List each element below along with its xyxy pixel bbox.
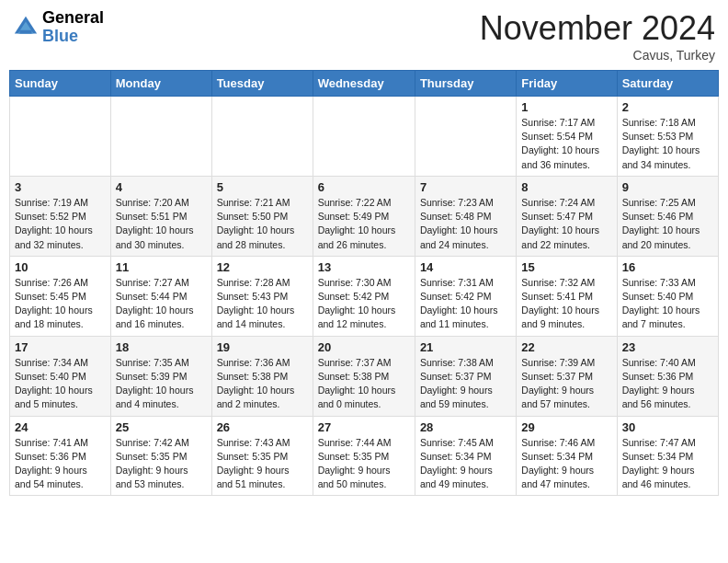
calendar-day-cell: 11Sunrise: 7:27 AM Sunset: 5:44 PM Dayli… (110, 256, 211, 336)
day-info: Sunrise: 7:34 AM Sunset: 5:40 PM Dayligh… (15, 356, 106, 412)
calendar-day-cell: 5Sunrise: 7:21 AM Sunset: 5:50 PM Daylig… (211, 176, 313, 256)
calendar-day-cell: 23Sunrise: 7:40 AM Sunset: 5:36 PM Dayli… (617, 336, 718, 416)
day-number: 19 (217, 340, 308, 354)
day-number: 21 (420, 340, 511, 354)
calendar-day-cell: 4Sunrise: 7:20 AM Sunset: 5:51 PM Daylig… (110, 176, 211, 256)
calendar-day-cell: 8Sunrise: 7:24 AM Sunset: 5:47 PM Daylig… (517, 176, 617, 256)
day-number: 25 (116, 420, 207, 434)
column-header-sunday: Sunday (10, 71, 111, 97)
day-info: Sunrise: 7:44 AM Sunset: 5:35 PM Dayligh… (318, 436, 410, 492)
column-header-thursday: Thursday (415, 71, 516, 97)
day-number: 29 (521, 420, 611, 434)
day-number: 28 (420, 420, 511, 434)
calendar-day-cell (10, 97, 111, 177)
title-block: November 2024 Cavus, Turkey (480, 9, 715, 63)
calendar-day-cell: 28Sunrise: 7:45 AM Sunset: 5:34 PM Dayli… (415, 416, 516, 496)
day-info: Sunrise: 7:38 AM Sunset: 5:37 PM Dayligh… (420, 356, 511, 412)
day-info: Sunrise: 7:25 AM Sunset: 5:46 PM Dayligh… (622, 196, 713, 252)
day-info: Sunrise: 7:41 AM Sunset: 5:36 PM Dayligh… (15, 436, 106, 492)
day-number: 10 (15, 260, 106, 274)
calendar-day-cell: 1Sunrise: 7:17 AM Sunset: 5:54 PM Daylig… (517, 97, 617, 177)
calendar-day-cell: 26Sunrise: 7:43 AM Sunset: 5:35 PM Dayli… (211, 416, 313, 496)
day-info: Sunrise: 7:36 AM Sunset: 5:38 PM Dayligh… (217, 356, 308, 412)
day-info: Sunrise: 7:19 AM Sunset: 5:52 PM Dayligh… (15, 196, 106, 252)
month-title: November 2024 (480, 9, 715, 48)
day-info: Sunrise: 7:23 AM Sunset: 5:48 PM Dayligh… (420, 196, 511, 252)
calendar-day-cell (313, 97, 415, 177)
calendar-day-cell: 29Sunrise: 7:46 AM Sunset: 5:34 PM Dayli… (517, 416, 617, 496)
day-number: 27 (318, 420, 410, 434)
day-info: Sunrise: 7:26 AM Sunset: 5:45 PM Dayligh… (15, 276, 106, 332)
calendar-day-cell: 18Sunrise: 7:35 AM Sunset: 5:39 PM Dayli… (110, 336, 211, 416)
calendar-day-cell: 7Sunrise: 7:23 AM Sunset: 5:48 PM Daylig… (415, 176, 516, 256)
day-info: Sunrise: 7:32 AM Sunset: 5:41 PM Dayligh… (521, 276, 611, 332)
day-info: Sunrise: 7:37 AM Sunset: 5:38 PM Dayligh… (318, 356, 410, 412)
day-info: Sunrise: 7:30 AM Sunset: 5:42 PM Dayligh… (318, 276, 410, 332)
day-info: Sunrise: 7:47 AM Sunset: 5:34 PM Dayligh… (622, 436, 713, 492)
calendar-week-row: 17Sunrise: 7:34 AM Sunset: 5:40 PM Dayli… (10, 336, 719, 416)
calendar-day-cell: 21Sunrise: 7:38 AM Sunset: 5:37 PM Dayli… (415, 336, 516, 416)
calendar-day-cell (415, 97, 516, 177)
calendar-day-cell: 10Sunrise: 7:26 AM Sunset: 5:45 PM Dayli… (10, 256, 111, 336)
logo-text: General Blue (42, 9, 104, 46)
day-number: 30 (622, 420, 713, 434)
calendar-header-row: SundayMondayTuesdayWednesdayThursdayFrid… (10, 71, 719, 97)
day-info: Sunrise: 7:22 AM Sunset: 5:49 PM Dayligh… (318, 196, 410, 252)
day-number: 3 (15, 180, 106, 194)
day-info: Sunrise: 7:46 AM Sunset: 5:34 PM Dayligh… (521, 436, 611, 492)
calendar-day-cell: 17Sunrise: 7:34 AM Sunset: 5:40 PM Dayli… (10, 336, 111, 416)
day-info: Sunrise: 7:39 AM Sunset: 5:37 PM Dayligh… (521, 356, 611, 412)
day-number: 11 (116, 260, 207, 274)
day-number: 14 (420, 260, 511, 274)
day-info: Sunrise: 7:45 AM Sunset: 5:34 PM Dayligh… (420, 436, 511, 492)
day-number: 18 (116, 340, 207, 354)
day-info: Sunrise: 7:28 AM Sunset: 5:43 PM Dayligh… (217, 276, 308, 332)
day-number: 4 (116, 180, 207, 194)
column-header-wednesday: Wednesday (313, 71, 415, 97)
calendar-week-row: 24Sunrise: 7:41 AM Sunset: 5:36 PM Dayli… (10, 416, 719, 496)
calendar-day-cell: 19Sunrise: 7:36 AM Sunset: 5:38 PM Dayli… (211, 336, 313, 416)
day-info: Sunrise: 7:20 AM Sunset: 5:51 PM Dayligh… (116, 196, 207, 252)
logo-icon (13, 15, 39, 40)
column-header-tuesday: Tuesday (211, 71, 313, 97)
calendar-day-cell: 22Sunrise: 7:39 AM Sunset: 5:37 PM Dayli… (517, 336, 617, 416)
day-number: 17 (15, 340, 106, 354)
calendar-day-cell: 3Sunrise: 7:19 AM Sunset: 5:52 PM Daylig… (10, 176, 111, 256)
day-info: Sunrise: 7:24 AM Sunset: 5:47 PM Dayligh… (521, 196, 611, 252)
calendar-table: SundayMondayTuesdayWednesdayThursdayFrid… (9, 70, 719, 496)
day-number: 13 (318, 260, 410, 274)
day-info: Sunrise: 7:21 AM Sunset: 5:50 PM Dayligh… (217, 196, 308, 252)
calendar-day-cell: 20Sunrise: 7:37 AM Sunset: 5:38 PM Dayli… (313, 336, 415, 416)
calendar-day-cell: 9Sunrise: 7:25 AM Sunset: 5:46 PM Daylig… (617, 176, 718, 256)
day-number: 22 (521, 340, 611, 354)
page-header: General Blue November 2024 Cavus, Turkey (9, 9, 719, 63)
day-info: Sunrise: 7:31 AM Sunset: 5:42 PM Dayligh… (420, 276, 511, 332)
calendar-day-cell: 12Sunrise: 7:28 AM Sunset: 5:43 PM Dayli… (211, 256, 313, 336)
day-number: 20 (318, 340, 410, 354)
day-number: 12 (217, 260, 308, 274)
calendar-week-row: 10Sunrise: 7:26 AM Sunset: 5:45 PM Dayli… (10, 256, 719, 336)
day-number: 1 (521, 100, 611, 114)
calendar-day-cell: 13Sunrise: 7:30 AM Sunset: 5:42 PM Dayli… (313, 256, 415, 336)
day-number: 2 (622, 100, 713, 114)
calendar-day-cell: 25Sunrise: 7:42 AM Sunset: 5:35 PM Dayli… (110, 416, 211, 496)
day-number: 23 (622, 340, 713, 354)
calendar-week-row: 3Sunrise: 7:19 AM Sunset: 5:52 PM Daylig… (10, 176, 719, 256)
day-info: Sunrise: 7:18 AM Sunset: 5:53 PM Dayligh… (622, 116, 713, 172)
day-number: 8 (521, 180, 611, 194)
calendar-day-cell: 24Sunrise: 7:41 AM Sunset: 5:36 PM Dayli… (10, 416, 111, 496)
calendar-day-cell (110, 97, 211, 177)
logo: General Blue (13, 9, 104, 46)
column-header-friday: Friday (517, 71, 617, 97)
column-header-monday: Monday (110, 71, 211, 97)
day-info: Sunrise: 7:33 AM Sunset: 5:40 PM Dayligh… (622, 276, 713, 332)
svg-rect-2 (19, 30, 31, 34)
day-info: Sunrise: 7:35 AM Sunset: 5:39 PM Dayligh… (116, 356, 207, 412)
calendar-day-cell: 30Sunrise: 7:47 AM Sunset: 5:34 PM Dayli… (617, 416, 718, 496)
calendar-day-cell: 27Sunrise: 7:44 AM Sunset: 5:35 PM Dayli… (313, 416, 415, 496)
day-info: Sunrise: 7:43 AM Sunset: 5:35 PM Dayligh… (217, 436, 308, 492)
calendar-day-cell: 6Sunrise: 7:22 AM Sunset: 5:49 PM Daylig… (313, 176, 415, 256)
location: Cavus, Turkey (480, 48, 715, 63)
calendar-day-cell: 16Sunrise: 7:33 AM Sunset: 5:40 PM Dayli… (617, 256, 718, 336)
day-number: 24 (15, 420, 106, 434)
